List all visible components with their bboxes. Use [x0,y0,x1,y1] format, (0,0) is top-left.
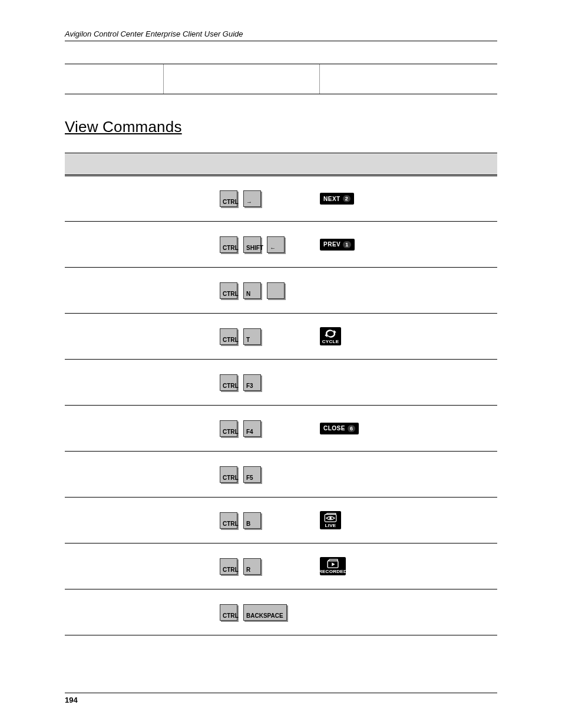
key-ctrl: CTRL [220,236,237,253]
table-row: CTRL B LIVE [65,498,497,543]
table-row: CTRL SHIFT ← PREV 1 [65,222,497,268]
close-num: 6 [348,425,356,432]
key-ctrl: CTRL [220,282,237,299]
table-header-row [65,153,497,176]
play-folder-icon [326,559,339,568]
key-ctrl: CTRL [220,328,237,345]
key-ctrl: CTRL [220,374,237,391]
page-header: Avigilon Control Center Enterprise Clien… [65,29,497,41]
table-row: CTRL F3 [65,360,497,406]
recorded-label: RECORDED [319,569,347,574]
key-left: ← [267,236,285,253]
key-shift: SHIFT [243,236,261,253]
prev-label: PREV [323,241,340,248]
cmd-alt: NEXT 2 [315,176,497,222]
prev-num: 1 [343,241,351,248]
recorded-icon: RECORDED [320,557,346,575]
frag-col-1 [65,64,164,94]
key-f4: F4 [243,420,261,437]
frag-col-3 [320,64,497,94]
key-ctrl: CTRL [220,604,237,621]
cycle-label: CYCLE [322,340,339,344]
next-button: NEXT 2 [320,193,354,205]
cycle-arrows-icon [324,329,337,338]
table-row: CTRL BACKSPACE [65,589,497,635]
hdr-col-1 [65,153,215,176]
next-num: 2 [343,195,351,202]
key-backspace: BACKSPACE [243,604,287,621]
hdr-col-3 [315,153,497,176]
key-b: B [243,512,261,529]
prev-button: PREV 1 [320,239,355,251]
key-r: R [243,558,261,575]
live-label: LIVE [325,523,336,528]
key-t: T [243,328,261,345]
eye-icon [324,513,337,522]
top-table-fragment [65,64,497,94]
table-row: CTRL F5 [65,452,497,498]
hdr-col-2 [215,153,315,176]
key-right: → [243,190,261,207]
view-commands-table: CTRL → NEXT 2 CTRL SHIFT [65,153,497,635]
key-f5: F5 [243,466,261,483]
table-row: CTRL N [65,268,497,314]
table-row: CTRL F4 CLOSE 6 [65,406,497,452]
key-ctrl: CTRL [220,466,237,483]
table-row: CTRL → NEXT 2 [65,176,497,222]
page-number: 194 [65,696,78,704]
key-ctrl: CTRL [220,512,237,529]
svg-point-1 [329,517,332,519]
header-title: Avigilon Control Center Enterprise Clien… [65,29,243,38]
key-generic [267,282,285,299]
next-label: NEXT [323,196,340,202]
close-label: CLOSE [323,425,345,431]
table-row: CTRL T CYCLE [65,314,497,360]
key-ctrl: CTRL [220,190,237,207]
key-ctrl: CTRL [220,420,237,437]
key-ctrl: CTRL [220,558,237,575]
key-n: N [243,282,261,299]
document-page: Avigilon Control Center Enterprise Clien… [0,0,562,728]
page-footer: 194 [65,693,497,704]
key-f3: F3 [243,374,261,391]
cmd-keys: CTRL → [215,176,315,222]
table-row: CTRL R RECORDED [65,543,497,589]
live-icon: LIVE [320,511,341,529]
close-button: CLOSE 6 [320,423,359,434]
frag-col-2 [164,64,320,94]
cmd-desc [65,176,215,222]
cycle-icon: CYCLE [320,327,341,345]
section-heading: View Commands [65,118,497,136]
